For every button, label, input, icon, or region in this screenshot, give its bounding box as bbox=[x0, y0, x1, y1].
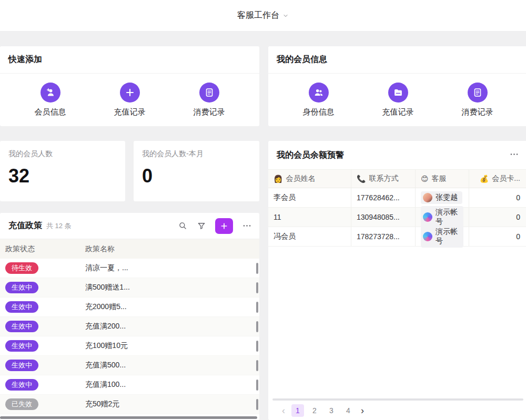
people-icon bbox=[309, 83, 329, 103]
card-balance: 0 bbox=[469, 227, 526, 246]
recharge-policy-count: 共 12 条 bbox=[46, 221, 72, 231]
top-header: 客服工作台 bbox=[0, 0, 526, 32]
recharge-policy-toolbar bbox=[177, 218, 252, 234]
balance-table-header: 👩 会员姓名 📞 联系方式 😊 客服 💰 会员卡... bbox=[268, 169, 526, 188]
member-info-title-row: 我的会员信息 bbox=[268, 46, 526, 74]
page-4[interactable]: 4 bbox=[342, 404, 355, 417]
page-2[interactable]: 2 bbox=[308, 404, 321, 417]
action-recharge-record[interactable]: 充值记录 bbox=[382, 83, 414, 117]
page-3[interactable]: 3 bbox=[325, 404, 338, 417]
column-header-agent: 😊 客服 bbox=[416, 170, 469, 188]
person-add-icon bbox=[41, 83, 60, 103]
card-balance: 0 bbox=[469, 188, 526, 207]
action-label: 充值记录 bbox=[382, 107, 414, 117]
agent-name: 张雯越 bbox=[436, 193, 458, 202]
table-row[interactable]: 生效中 充值满200... bbox=[0, 317, 259, 336]
table-row[interactable]: 生效中 充值满100... bbox=[0, 375, 259, 395]
member-info-actions: 身份信息 充值记录 消费记录 bbox=[268, 74, 526, 126]
table-row[interactable]: 待生效 清凉一夏，... bbox=[0, 259, 259, 278]
action-recharge-record[interactable]: 充值记录 bbox=[114, 83, 146, 117]
status-badge: 生效中 bbox=[5, 340, 38, 352]
balance-alert-card: 我的会员余额预警 👩 会员姓名 📞 联系方式 😊 客服 💰 会员卡... bbox=[268, 141, 526, 420]
next-page-icon[interactable]: › bbox=[359, 406, 366, 415]
scrollbar-thumb[interactable] bbox=[256, 302, 258, 313]
plus-icon bbox=[120, 83, 140, 103]
workspace-switcher[interactable]: 客服工作台 bbox=[237, 10, 289, 21]
avatar bbox=[423, 232, 432, 241]
agent-chip: 演示帐号 bbox=[421, 226, 463, 248]
scrollbar-thumb[interactable] bbox=[256, 282, 258, 293]
search-icon[interactable] bbox=[177, 221, 188, 231]
phone-emoji-icon: 📞 bbox=[357, 175, 366, 183]
horizontal-scrollbar[interactable] bbox=[0, 416, 257, 419]
agent-chip: 张雯越 bbox=[421, 191, 462, 204]
smiley-emoji-icon: 😊 bbox=[421, 175, 429, 183]
moneybag-emoji-icon: 💰 bbox=[480, 175, 489, 183]
scrollbar-thumb[interactable] bbox=[256, 380, 258, 391]
column-header-member-name: 👩 会员姓名 bbox=[268, 170, 351, 188]
status-badge: 生效中 bbox=[5, 301, 38, 313]
action-identity-info[interactable]: 身份信息 bbox=[303, 83, 335, 117]
action-consume-record[interactable]: 消费记录 bbox=[462, 83, 493, 117]
policy-name: 充2000赠5... bbox=[85, 302, 259, 312]
table-row[interactable]: 李会员 177628462... 张雯越 0 bbox=[268, 188, 526, 208]
folder-icon bbox=[388, 83, 408, 103]
policy-name: 满500赠送1... bbox=[85, 283, 259, 292]
table-row[interactable]: 11 130948085... 演示帐号 0 bbox=[268, 208, 526, 227]
action-member-info[interactable]: 会员信息 bbox=[35, 83, 66, 117]
filter-icon[interactable] bbox=[196, 221, 207, 231]
table-row[interactable]: 生效中 满500赠送1... bbox=[0, 278, 259, 298]
balance-alert-title: 我的会员余额预警 bbox=[277, 150, 344, 161]
member-contact: 130948085... bbox=[351, 208, 416, 227]
table-row[interactable]: 生效中 充值满500... bbox=[0, 356, 259, 375]
action-label: 会员信息 bbox=[35, 107, 66, 117]
chevron-down-icon bbox=[282, 13, 289, 19]
page-title: 客服工作台 bbox=[237, 10, 279, 21]
scrollbar-thumb[interactable] bbox=[256, 321, 258, 332]
action-label: 消费记录 bbox=[194, 107, 225, 117]
scrollbar-thumb[interactable] bbox=[256, 263, 258, 274]
scrollbar-thumb[interactable] bbox=[256, 341, 258, 352]
stat-card-member-count-month: 我的会员人数-本月 0 bbox=[134, 141, 259, 201]
action-consume-record[interactable]: 消费记录 bbox=[194, 83, 225, 117]
agent-name: 演示帐号 bbox=[436, 208, 459, 227]
column-header-card-balance: 💰 会员卡... bbox=[469, 170, 526, 188]
stat-label: 我的会员人数 bbox=[8, 149, 117, 159]
scrollbar-thumb[interactable] bbox=[256, 399, 258, 410]
table-row[interactable]: 生效中 充2000赠5... bbox=[0, 298, 259, 317]
policy-name: 充100赠10元 bbox=[85, 341, 259, 351]
column-label: 联系方式 bbox=[369, 174, 398, 183]
policy-name: 充值满200... bbox=[85, 322, 259, 331]
recharge-policy-card: 充值政策 共 12 条 政策状态 政策名称 bbox=[0, 213, 259, 420]
member-emoji-icon: 👩 bbox=[274, 175, 282, 183]
pagination: ‹ 1 2 3 4 › bbox=[268, 401, 526, 420]
prev-page-icon[interactable]: ‹ bbox=[280, 406, 287, 415]
member-info-title: 我的会员信息 bbox=[277, 54, 327, 65]
more-icon[interactable] bbox=[509, 149, 519, 161]
table-row[interactable]: 冯会员 178273728... 演示帐号 0 bbox=[268, 227, 526, 247]
member-contact: 178273728... bbox=[351, 227, 416, 246]
policy-name: 清凉一夏，... bbox=[85, 263, 259, 273]
policy-name: 充值满500... bbox=[85, 361, 259, 370]
quick-add-card: 快速添加 会员信息 充值记录 消费记录 bbox=[0, 46, 259, 126]
table-row[interactable]: 生效中 充100赠10元 bbox=[0, 336, 259, 356]
table-row[interactable]: 已失效 充50赠2元 bbox=[0, 395, 259, 414]
more-icon[interactable] bbox=[241, 221, 252, 231]
agent-cell: 演示帐号 bbox=[416, 208, 469, 227]
add-policy-button[interactable] bbox=[215, 218, 233, 234]
member-name: 11 bbox=[268, 208, 351, 227]
status-badge: 生效中 bbox=[5, 360, 38, 371]
column-header-status: 政策状态 bbox=[0, 244, 85, 254]
quick-add-title-row: 快速添加 bbox=[0, 46, 259, 74]
horizontal-scrollbar[interactable] bbox=[272, 398, 523, 401]
stat-value: 0 bbox=[142, 165, 251, 187]
member-name: 冯会员 bbox=[268, 227, 351, 246]
policy-table-header: 政策状态 政策名称 bbox=[0, 239, 259, 259]
stat-value: 32 bbox=[8, 165, 117, 187]
scrollbar-thumb[interactable] bbox=[256, 360, 258, 371]
action-label: 充值记录 bbox=[114, 107, 146, 117]
column-label: 客服 bbox=[432, 174, 447, 183]
column-label: 会员卡... bbox=[492, 174, 520, 183]
action-label: 身份信息 bbox=[303, 107, 335, 117]
page-1[interactable]: 1 bbox=[291, 404, 304, 417]
